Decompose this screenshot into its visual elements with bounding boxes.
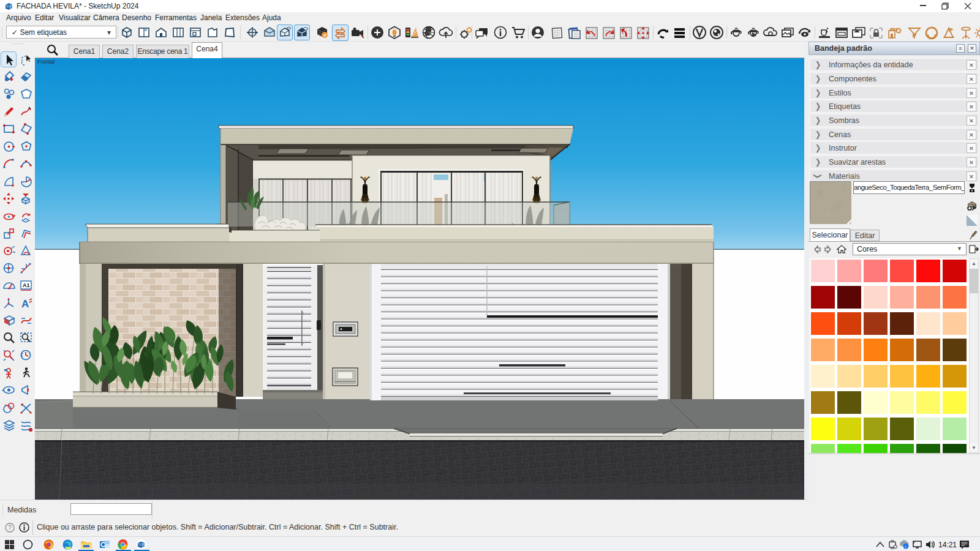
svg-text:A1: A1	[23, 282, 30, 288]
svg-text:?: ?	[8, 525, 12, 531]
svg-text:A: A	[21, 298, 29, 310]
svg-text:Frontal: Frontal	[37, 59, 55, 65]
svg-text:i: i	[905, 544, 907, 549]
